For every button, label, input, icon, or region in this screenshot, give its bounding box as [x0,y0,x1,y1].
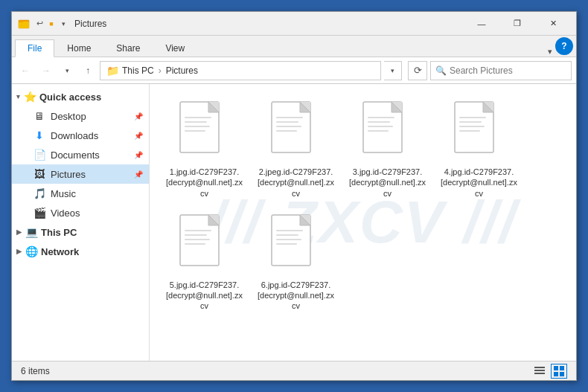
back-button[interactable]: ← [16,62,34,80]
qa-dropdown[interactable]: ▾ [58,19,68,29]
sidebar-item-videos[interactable]: 🎬 Videos [12,203,149,222]
svg-rect-35 [185,234,207,236]
quick-access-icon: ⭐ [23,91,36,103]
help-button[interactable]: ? [555,37,573,55]
desktop-label: Desktop [51,111,86,122]
file-item-2[interactable]: 2.jpeg.id-C279F237.[decrypt@null.net].zx… [253,96,339,203]
path-this-pc[interactable]: This PC [122,65,154,76]
svg-rect-46 [534,370,545,371]
pin-icon-pictures: 📌 [134,170,143,179]
svg-rect-20 [368,117,394,118]
network-expand-icon: ▶ [16,248,22,255]
svg-rect-23 [368,130,389,132]
videos-icon: 🎬 [33,207,46,219]
file-item-6[interactable]: 6.jpg.id-C279F237.[decrypt@null.net].zxc… [253,209,339,316]
svg-rect-14 [276,121,298,123]
sidebar-item-downloads[interactable]: ⬇ Downloads 📌 [12,126,149,145]
svg-rect-21 [368,121,390,123]
explorer-window: ↩ ■ ▾ Pictures — ❐ ✕ File Home Share Vie… [11,11,577,381]
ribbon-tab-bar: File Home Share View ▾ ? [12,36,576,57]
tab-home[interactable]: Home [54,39,103,57]
minimize-button[interactable]: — [464,13,499,34]
svg-rect-15 [276,126,301,127]
svg-rect-44 [276,243,297,245]
svg-rect-6 [185,117,211,118]
file-item-4[interactable]: 4.jpg.id-C279F237.[decrypt@null.net].zxc… [436,96,522,203]
sidebar-item-this-pc[interactable]: ▶ 💻 This PC [12,222,149,242]
item-count: 6 items [21,366,50,376]
quick-access-label: Quick access [39,91,101,103]
music-label: Music [51,188,76,199]
files-grid: 1.jpg.id-C279F237.[decrypt@null.net].zxc… [150,84,576,328]
title-bar: ↩ ■ ▾ Pictures — ❐ ✕ [12,12,576,36]
videos-label: Videos [51,208,80,219]
downloads-label: Downloads [51,130,98,141]
sidebar-item-music[interactable]: 🎵 Music [12,184,149,203]
svg-rect-9 [185,130,205,132]
window-controls: — ❐ ✕ [464,13,570,34]
up-button[interactable]: ↑ [79,62,97,80]
tab-share[interactable]: Share [103,39,153,57]
pictures-icon: 🖼 [33,168,46,180]
svg-rect-16 [276,130,297,132]
close-button[interactable]: ✕ [536,13,570,34]
file-name-1: 1.jpg.id-C279F237.[decrypt@null.net].zxc… [166,167,243,199]
svg-rect-8 [185,126,210,127]
search-input[interactable] [450,65,566,76]
refresh-button[interactable]: ⟳ [408,61,427,80]
main-content: ▾ ⭐ Quick access 🖥 Desktop 📌 ⬇ Downloads… [12,84,576,361]
sidebar-item-quick-access[interactable]: ▾ ⭐ Quick access [12,87,149,106]
qa-btn-1[interactable]: ↩ [34,19,45,29]
svg-rect-7 [185,121,207,123]
address-path[interactable]: 📁 This PC › Pictures [100,61,381,80]
expand-icon: ▾ [16,93,20,100]
pin-icon-desktop: 📌 [134,112,143,121]
sidebar-item-network[interactable]: ▶ 🌐 Network [12,242,149,261]
network-label: Network [41,246,79,257]
forward-button[interactable]: → [37,62,55,80]
grid-view-button[interactable] [551,364,567,379]
pin-icon-downloads: 📌 [134,132,143,140]
tab-file[interactable]: File [15,39,54,57]
sidebar-item-pictures[interactable]: 🖼 Pictures 📌 [12,164,149,184]
ribbon: File Home Share View ▾ ? [12,36,576,57]
file-icon-3 [362,100,414,164]
view-toggle-buttons [531,364,567,379]
documents-label: Documents [51,150,100,161]
address-bar: ← → ▾ ↑ 📁 This PC › Pictures ▾ ⟳ 🔍 [12,57,576,84]
search-icon: 🔍 [435,65,447,76]
maximize-button[interactable]: ❐ [500,13,534,34]
svg-rect-13 [276,117,303,118]
path-pictures[interactable]: Pictures [166,65,198,76]
window-title: Pictures [74,19,464,29]
pin-icon-documents: 📌 [134,151,143,159]
sidebar-item-documents[interactable]: 📄 Documents 📌 [12,145,149,164]
search-box[interactable]: 🔍 [430,61,572,80]
ribbon-collapse-icon[interactable]: ▾ [548,47,552,57]
svg-rect-51 [560,372,564,376]
list-view-button[interactable] [531,364,548,379]
sidebar-item-desktop[interactable]: 🖥 Desktop 📌 [12,106,149,126]
svg-rect-45 [534,367,545,368]
path-folder-icon: 📁 [106,65,119,77]
svg-rect-2 [19,20,23,22]
file-item-5[interactable]: 5.jpg.id-C279F237.[decrypt@null.net].zxc… [162,209,247,316]
svg-rect-36 [185,239,210,240]
svg-rect-27 [459,117,486,118]
pictures-label: Pictures [51,169,86,180]
file-name-6: 6.jpg.id-C279F237.[decrypt@null.net].zxc… [258,280,334,312]
up-dropdown-button[interactable]: ▾ [58,62,76,80]
sidebar: ▾ ⭐ Quick access 🖥 Desktop 📌 ⬇ Downloads… [12,84,150,361]
file-item-3[interactable]: 3.jpg.id-C279F237.[decrypt@null.net].zxc… [345,96,430,203]
window-icon [18,18,30,30]
tab-view[interactable]: View [153,39,197,57]
this-pc-expand-icon: ▶ [16,228,22,236]
this-pc-icon: 💻 [25,226,38,238]
svg-rect-28 [459,121,482,123]
downloads-icon: ⬇ [33,129,46,141]
svg-rect-47 [534,373,545,374]
path-dropdown-button[interactable]: ▾ [384,61,402,80]
network-icon: 🌐 [25,245,38,257]
file-item-1[interactable]: 1.jpg.id-C279F237.[decrypt@null.net].zxc… [162,96,247,203]
qa-btn-2[interactable]: ■ [46,19,57,29]
